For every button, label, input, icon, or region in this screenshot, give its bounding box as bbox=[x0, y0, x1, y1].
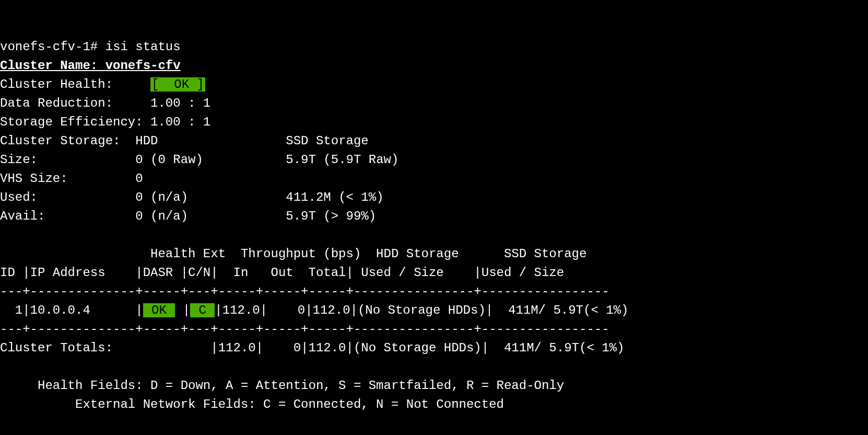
size-hdd: 0 (0 Raw) bbox=[135, 153, 203, 167]
table-header-2: ID |IP Address |DASR |C/N| In Out Total|… bbox=[0, 266, 564, 280]
storage-efficiency-value: 1.00 : 1 bbox=[150, 115, 210, 129]
legend-health: Health Fields: D = Down, A = Attention, … bbox=[0, 379, 564, 393]
cluster-health-label: Cluster Health: bbox=[0, 77, 150, 91]
health-ok-badge: OK bbox=[143, 303, 175, 317]
storage-efficiency-label: Storage Efficiency: bbox=[0, 115, 150, 129]
table-divider-2: ---+--------------+-----+---+-----+-----… bbox=[0, 322, 609, 336]
vhs-value: 0 bbox=[135, 171, 143, 186]
table-divider: ---+--------------+-----+---+-----+-----… bbox=[0, 284, 609, 299]
ssd-header: SSD Storage bbox=[286, 134, 368, 148]
table-row-prefix: 1|10.0.0.4 | bbox=[0, 303, 143, 317]
cluster-totals: Cluster Totals: |112.0| 0|112.0|(No Stor… bbox=[0, 341, 624, 355]
prompt-hostname: vonefs-cfv-1 bbox=[0, 40, 90, 54]
size-ssd: 5.9T (5.9T Raw) bbox=[286, 153, 398, 167]
cluster-storage-label: Cluster Storage: bbox=[0, 134, 135, 148]
used-label: Used: bbox=[0, 190, 135, 204]
legend-network: External Network Fields: C = Connected, … bbox=[0, 397, 504, 411]
table-row-mid1: | bbox=[175, 303, 190, 317]
used-hdd: 0 (n/a) bbox=[135, 190, 188, 204]
avail-label: Avail: bbox=[0, 209, 135, 223]
used-ssd: 411.2M (< 1%) bbox=[286, 190, 383, 204]
cluster-name-value: vonefs-cfv bbox=[105, 59, 181, 73]
command: isi status bbox=[105, 40, 181, 54]
cluster-name-label: Cluster Name: bbox=[0, 59, 105, 73]
ext-c-badge: C bbox=[190, 303, 215, 317]
table-header-1: Health Ext Throughput (bps) HDD Storage … bbox=[0, 247, 587, 261]
data-reduction-value: 1.00 : 1 bbox=[150, 96, 210, 110]
avail-hdd: 0 (n/a) bbox=[135, 209, 188, 223]
data-reduction-label: Data Reduction: bbox=[0, 96, 150, 110]
table-row-suffix: |112.0| 0|112.0|(No Storage HDDs)| 411M/… bbox=[215, 303, 628, 317]
avail-ssd: 5.9T (> 99%) bbox=[286, 209, 376, 223]
size-label: Size: bbox=[0, 153, 135, 167]
vhs-label: VHS Size: bbox=[0, 171, 135, 186]
hdd-header: HDD bbox=[135, 134, 158, 148]
ok-badge: [ OK ] bbox=[150, 77, 205, 91]
